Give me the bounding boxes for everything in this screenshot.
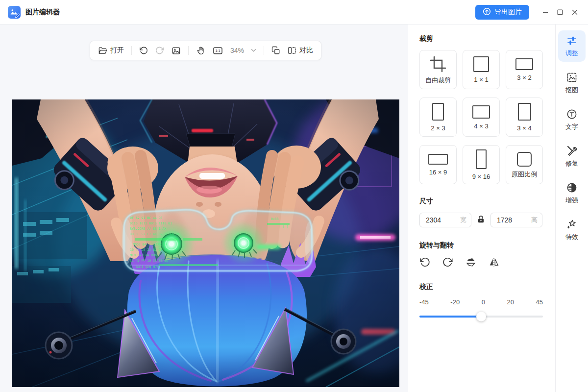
aspect-lock-button[interactable] [476,215,486,225]
export-upload-icon [483,7,491,17]
rotate-left-button[interactable] [419,257,430,269]
compare-split-icon [288,46,296,55]
crop-option-label: 4 × 3 [474,123,488,129]
crop-section-title: 裁剪 [419,34,543,43]
correction-section: 校正 -45 -20 0 20 45 [419,283,543,321]
rotate-right-button[interactable] [442,257,453,269]
editor-canvas-image[interactable]: 0F A2 91 BC 44 D0 0110 1011 0010 1110 01… [12,99,399,387]
crop-option-label: 原图比例 [512,171,537,177]
canvas-area: 打开 [0,24,408,392]
crop-ratio-shape [473,56,489,72]
size-row: 宽 高 [419,213,543,227]
flip-vertical-button[interactable] [466,257,476,269]
rotate-row [419,257,543,269]
slider-fill [419,316,481,318]
crop-option-label: 3 × 2 [517,74,531,81]
repair-tools-icon [566,145,578,157]
cutout-image-icon [566,72,578,83]
open-file-button[interactable]: 打开 [98,46,124,55]
flip-horizontal-button[interactable] [489,257,499,269]
slider-thumb[interactable] [476,312,486,321]
sidebar-item-文字[interactable]: 文字 [558,104,586,135]
sidebar-item-修复[interactable]: 修复 [558,141,586,172]
crop-option-3×2[interactable]: 3 × 2 [506,50,543,89]
zoom-level-dropdown[interactable]: 34% [230,47,256,54]
image-icon [172,46,181,55]
image-thumbnail-button[interactable] [172,46,181,55]
crop-option-label: 16 × 9 [429,169,447,175]
flip-vertical-icon [466,257,476,269]
sidebar-item-抠图[interactable]: 抠图 [558,67,586,98]
height-unit-label: 高 [531,216,538,224]
crop-option-4×3[interactable]: 4 × 3 [463,98,500,137]
rotate-flip-section: 旋转与翻转 [419,241,543,269]
tool-sidebar: 调整抠图文字修复增强特效 [555,24,588,392]
window-maximize-button[interactable] [553,5,567,20]
sidebar-item-增强[interactable]: 增强 [558,177,586,209]
crop-ratio-shape [515,58,533,70]
crop-ratio-shape [432,103,444,121]
width-field-wrap: 宽 [419,213,471,227]
crop-ratio-shape [517,152,532,167]
sidebar-item-label: 抠图 [565,86,578,95]
tick-label: 20 [507,298,514,306]
folder-open-icon [98,46,107,55]
main-layout: 打开 [0,24,588,392]
app-title: 图片编辑器 [25,8,60,17]
toolbar-divider [264,46,264,55]
crop-option-3×4[interactable]: 3 × 4 [506,98,543,137]
adjust-sliders-icon [566,35,578,47]
correction-tick-labels: -45 -20 0 20 45 [419,298,543,306]
compare-button[interactable]: 对比 [288,46,313,55]
crop-option-原图比例[interactable]: 原图比例 [506,145,543,184]
crop-option-2×3[interactable]: 2 × 3 [419,98,457,137]
effects-star-icon [566,219,578,230]
sidebar-item-特效[interactable]: 特效 [558,214,586,245]
crop-option-9×16[interactable]: 9 × 16 [463,145,500,184]
chevron-down-icon [251,49,256,52]
width-unit-label: 宽 [460,216,466,224]
sidebar-item-label: 修复 [565,159,578,168]
crop-ratio-grid: 自由裁剪1 × 13 × 22 × 34 × 33 × 416 × 99 × 1… [419,50,543,184]
tick-label: 0 [482,298,485,306]
copy-icon [271,46,280,55]
enhance-contrast-icon [566,182,578,194]
crop-option-label: 9 × 16 [472,173,490,180]
export-button-label: 导出图片 [494,8,522,17]
undo-button[interactable] [139,46,148,55]
tick-label: 45 [536,298,542,306]
crop-option-16×9[interactable]: 16 × 9 [419,145,457,184]
correction-slider[interactable] [419,312,543,321]
one-to-one-icon: 1:1 [213,46,223,55]
toolbar-divider [131,46,132,55]
hand-icon [196,46,205,55]
duplicate-button[interactable] [271,46,280,55]
redo-button[interactable] [155,46,164,55]
export-image-button[interactable]: 导出图片 [475,5,529,20]
crop-option-1×1[interactable]: 1 × 1 [463,50,500,89]
size-section-title: 尺寸 [419,197,543,206]
crop-ratio-shape [518,103,531,121]
redo-icon [155,46,164,55]
crop-ratio-shape [472,105,490,119]
sidebar-item-label: 调整 [565,49,578,58]
sidebar-item-调整[interactable]: 调整 [558,30,586,62]
height-field-wrap: 高 [490,213,542,227]
crop-option-label: 1 × 1 [474,76,488,83]
canvas-toolbar: 打开 [90,41,321,60]
zoom-level-value: 34% [230,47,244,54]
window-close-button[interactable] [567,5,582,20]
correction-section-title: 校正 [419,283,543,292]
lock-icon [476,215,486,225]
size-section: 尺寸 宽 高 [419,197,543,227]
window-minimize-button[interactable] [538,5,553,20]
crop-option-label: 2 × 3 [431,125,445,131]
open-file-label: 打开 [110,46,124,55]
crop-option-free[interactable]: 自由裁剪 [419,50,457,89]
sidebar-item-label: 特效 [565,233,578,242]
rotate-left-icon [419,257,430,269]
app-logo-icon [8,6,21,19]
tick-label: -20 [450,298,460,306]
zoom-actual-size-button[interactable]: 1:1 [213,46,223,55]
pan-hand-button[interactable] [196,46,205,55]
